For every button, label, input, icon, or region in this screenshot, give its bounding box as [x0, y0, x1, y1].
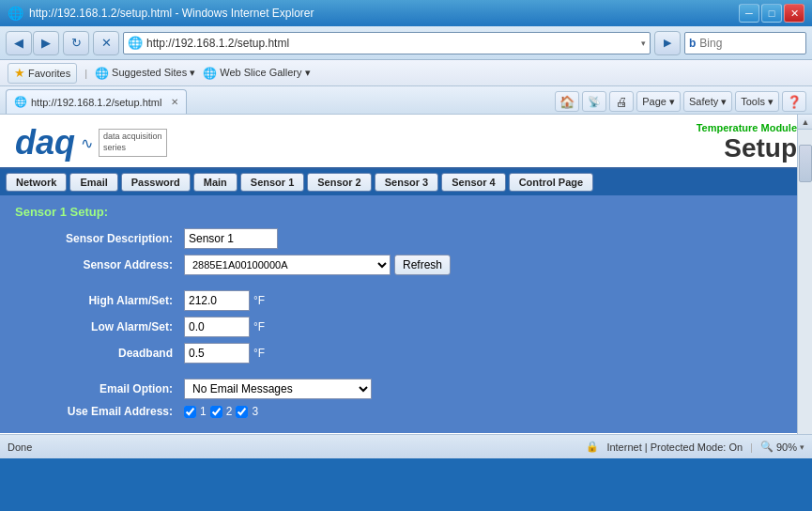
deadband-unit: °F [253, 347, 265, 360]
page-button[interactable]: Page ▾ [636, 91, 681, 112]
back-button[interactable]: ◀ [6, 31, 32, 55]
search-input[interactable] [699, 37, 812, 50]
high-alarm-unit: °F [253, 294, 265, 307]
tools-button[interactable]: Tools ▾ [735, 91, 779, 112]
tab-sensor1[interactable]: Sensor 1 [240, 173, 304, 192]
security-icon: 🔒 [586, 441, 599, 453]
safety-button[interactable]: Safety ▾ [683, 91, 732, 112]
zoom-control: 🔍 90% ▾ [760, 441, 804, 453]
tab-email[interactable]: Email [69, 173, 117, 192]
address-icon: 🌐 [128, 36, 143, 50]
address-input-wrap: 🌐 ▾ [123, 32, 651, 54]
status-text: Done [8, 441, 578, 453]
suggested-label: Suggested Sites ▾ [112, 67, 195, 79]
suggested-sites-link[interactable]: 🌐 Suggested Sites ▾ [95, 67, 195, 80]
refresh-button[interactable]: Refresh [394, 255, 451, 275]
zoom-dropdown[interactable]: ▾ [800, 442, 804, 452]
tab-network[interactable]: Network [6, 173, 67, 192]
logo-text: daq [15, 123, 75, 163]
high-alarm-input[interactable] [184, 290, 250, 311]
security-label: Internet | Protected Mode: On [606, 441, 743, 453]
tab-sensor3[interactable]: Sensor 3 [375, 173, 438, 192]
sensor-description-row: Sensor Description: [15, 228, 797, 249]
home-button[interactable]: 🏠 [555, 91, 579, 112]
help-button[interactable]: ❓ [782, 91, 806, 112]
webslice-label: Web Slice Gallery ▾ [220, 67, 310, 79]
tab-sensor4[interactable]: Sensor 4 [441, 173, 505, 192]
close-button[interactable]: ✕ [784, 4, 804, 23]
low-alarm-input[interactable] [184, 317, 250, 337]
window-title: http://192.168.1.2/setup.html - Windows … [29, 7, 314, 20]
zoom-icon: 🔍 [760, 441, 774, 453]
high-alarm-row: High Alarm/Set: °F [15, 290, 797, 311]
tab-main[interactable]: Main [193, 173, 237, 192]
browser-content: daq ∿ data acquisition series Temperatur… [0, 115, 812, 434]
email-option-label: Email Option: [15, 382, 184, 395]
page-header: daq ∿ data acquisition series Temperatur… [0, 115, 812, 169]
tab-label: http://192.168.1.2/setup.html [31, 97, 161, 108]
status-bar: Done 🔒 Internet | Protected Mode: On | 🔍… [0, 434, 812, 458]
use-email-label: Use Email Address: [15, 405, 184, 418]
refresh-button[interactable]: ↻ [63, 31, 89, 55]
tab-password[interactable]: Password [121, 173, 191, 192]
favorites-label: Favorites [28, 68, 70, 79]
scrollbar[interactable]: ▲ [797, 115, 812, 434]
sensor-address-row: Sensor Address: 2885E1A00100000A Refresh [15, 255, 797, 275]
tab-bar: 🌐 http://192.168.1.2/setup.html ✕ 🏠 📡 🖨 … [0, 86, 812, 115]
print-button[interactable]: 🖨 [609, 91, 634, 112]
temp-module-label: Temperature Module [697, 122, 797, 133]
address-dropdown-arrow[interactable]: ▾ [641, 39, 646, 48]
use-email-row: Use Email Address: 1 2 3 [15, 405, 797, 418]
logo-line1: data acquisition [103, 132, 162, 143]
zoom-label: 90% [776, 441, 797, 453]
suggested-icon: 🌐 [95, 67, 109, 80]
forward-button[interactable]: ▶ [33, 31, 59, 55]
go-button[interactable]: ▶ [654, 31, 681, 55]
low-alarm-row: Low Alarm/Set: °F [15, 317, 797, 337]
deadband-label: Deadband [15, 347, 184, 360]
bing-icon: b [689, 37, 696, 50]
web-slice-link[interactable]: 🌐 Web Slice Gallery ▾ [203, 67, 310, 80]
logo-waveform: ∿ [81, 134, 93, 152]
sensor-description-input[interactable] [184, 228, 278, 249]
address-input[interactable] [146, 37, 637, 50]
email-check3-label: 3 [252, 405, 258, 418]
page-title-area: Temperature Module Setup [697, 122, 797, 163]
high-alarm-label: High Alarm/Set: [15, 294, 184, 307]
email-option-select[interactable]: No Email Messages [184, 379, 372, 399]
setup-title: Setup [697, 133, 797, 163]
logo-line2: series [103, 143, 162, 154]
star-icon: ★ [14, 66, 25, 80]
email-checkbox-group: 1 2 3 [184, 405, 258, 418]
email-option-row: Email Option: No Email Messages [15, 379, 797, 399]
sensor-description-label: Sensor Description: [15, 232, 184, 245]
browser-icon: 🌐 [8, 6, 23, 21]
favorites-button[interactable]: ★ Favorites [8, 63, 77, 84]
deadband-input[interactable] [184, 343, 250, 364]
email-checkbox-1[interactable] [184, 406, 196, 418]
deadband-row: Deadband °F [15, 343, 797, 364]
tab-sensor2[interactable]: Sensor 2 [307, 173, 371, 192]
email-check1-label: 1 [200, 405, 207, 418]
email-check2-label: 2 [226, 405, 233, 418]
tab-control-page[interactable]: Control Page [509, 173, 593, 192]
low-alarm-unit: °F [253, 320, 265, 333]
stop-button[interactable]: ✕ [93, 31, 119, 55]
scroll-up-arrow[interactable]: ▲ [798, 115, 812, 130]
email-checkbox-3[interactable] [236, 406, 248, 418]
maximize-button[interactable]: □ [761, 4, 782, 23]
search-wrap: b 🔍 [684, 32, 806, 54]
browser-tab[interactable]: 🌐 http://192.168.1.2/setup.html ✕ [6, 89, 187, 114]
sensor-address-select[interactable]: 2885E1A00100000A [184, 255, 391, 275]
sensor-section-title: Sensor 1 Setup: [15, 205, 797, 219]
tab-close-icon[interactable]: ✕ [171, 97, 178, 107]
webslice-icon: 🌐 [203, 67, 217, 80]
minimize-button[interactable]: ─ [739, 4, 759, 23]
low-alarm-label: Low Alarm/Set: [15, 320, 184, 333]
scrollbar-thumb[interactable] [799, 145, 812, 182]
sensor-address-label: Sensor Address: [15, 258, 184, 271]
email-checkbox-2[interactable] [210, 406, 222, 418]
rss-button[interactable]: 📡 [582, 91, 606, 112]
status-right: 🔒 Internet | Protected Mode: On | 🔍 90% … [586, 441, 804, 453]
nav-tabs: Network Email Password Main Sensor 1 Sen… [0, 169, 812, 195]
